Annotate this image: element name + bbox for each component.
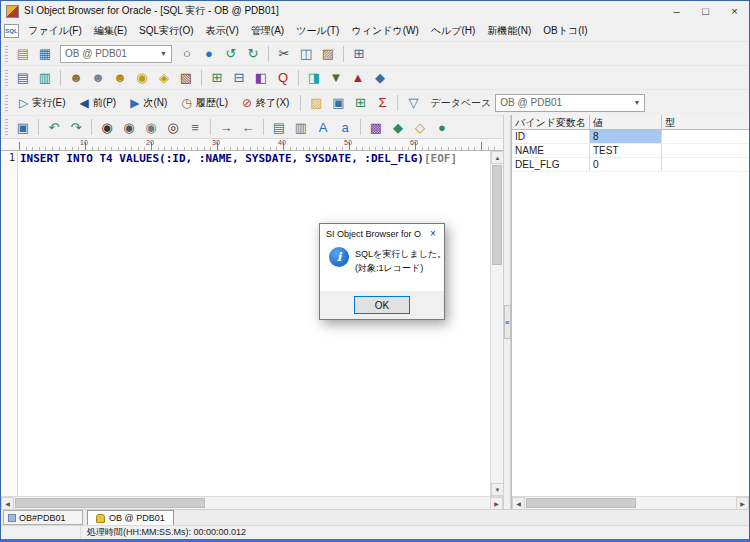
database-combo[interactable]: OB @ PDB01 ▼ — [495, 94, 645, 112]
redo-edit-icon[interactable]: ↷ — [65, 117, 87, 137]
editor-hscrollbar[interactable]: ◀ ▶ — [1, 496, 503, 509]
uncomment-icon[interactable]: ▥ — [290, 117, 312, 137]
replace-icon[interactable]: ◎ — [162, 117, 184, 137]
redo-transaction-icon[interactable]: ↻ — [242, 44, 264, 64]
bind-value-cell[interactable]: 8 — [590, 130, 662, 143]
scrollbar-thumb[interactable] — [526, 498, 636, 508]
synonym-icon[interactable]: ◨ — [303, 68, 325, 88]
menu-help[interactable]: ヘルプ(H) — [425, 21, 482, 41]
uppercase-icon[interactable]: A — [312, 117, 334, 137]
history-button[interactable]: ◷ 履歴(L) — [174, 92, 235, 114]
table-icon[interactable]: ⊞ — [206, 68, 228, 88]
menu-window[interactable]: ウィンドウ(W) — [345, 21, 424, 41]
role-icon[interactable]: ☻ — [109, 68, 131, 88]
package-icon[interactable]: ◧ — [250, 68, 272, 88]
editor-vscrollbar[interactable]: ▲ ▼ — [490, 151, 503, 496]
menu-admin[interactable]: 管理(A) — [245, 21, 290, 41]
next-button[interactable]: ▶ 次(N) — [123, 92, 174, 114]
outdent-icon[interactable]: ← — [237, 117, 259, 137]
goto-line-icon[interactable]: ≡ — [184, 117, 206, 137]
bind-value-cell[interactable]: 0 — [590, 158, 662, 171]
menu-view[interactable]: 表示(V) — [200, 21, 245, 41]
lowercase-icon[interactable]: a — [334, 117, 356, 137]
grid-icon[interactable]: ⊞ — [348, 44, 370, 64]
menu-edit[interactable]: 編集(E) — [88, 21, 133, 41]
cut-icon[interactable]: ✂ — [273, 44, 295, 64]
dialog-close-button[interactable]: × — [422, 224, 444, 243]
trigger-icon[interactable]: ▲ — [347, 68, 369, 88]
menu-file[interactable]: ファイル(F) — [22, 21, 88, 41]
sequence-icon[interactable]: Q — [272, 68, 294, 88]
bind-value-cell[interactable]: TEST — [590, 144, 662, 157]
options-icon[interactable]: ● — [431, 117, 453, 137]
find-prev-icon[interactable]: ◉ — [140, 117, 162, 137]
scroll-up-icon[interactable]: ▲ — [491, 151, 503, 164]
bind-col-type-header[interactable]: 型 — [662, 115, 749, 129]
find-icon[interactable]: ◉ — [96, 117, 118, 137]
toolbar-grip[interactable] — [5, 70, 8, 86]
format-sql-icon[interactable]: ▩ — [365, 117, 387, 137]
open-file-icon[interactable]: ▨ — [305, 93, 327, 113]
run-button[interactable]: ▷ 実行(E) — [12, 92, 73, 114]
menu-tools[interactable]: ツール(T) — [290, 21, 345, 41]
bind-col-name-header[interactable]: バインド変数名 — [512, 115, 590, 129]
profile-book-icon[interactable]: ▧ — [175, 68, 197, 88]
prev-button[interactable]: ◀ 前(P) — [73, 92, 124, 114]
cluster-icon[interactable]: ◆ — [369, 68, 391, 88]
bind-row[interactable]: DEL_FLG 0 — [512, 158, 749, 172]
sql-editor-icon[interactable]: ▤ — [12, 68, 34, 88]
users-icon[interactable]: ☻ — [87, 68, 109, 88]
minimize-button[interactable]: – — [662, 1, 691, 21]
close-button[interactable]: × — [720, 1, 749, 21]
explain-plan-icon[interactable]: ◆ — [387, 117, 409, 137]
bind-col-value-header[interactable]: 値 — [590, 115, 662, 129]
scroll-right-icon[interactable]: ▶ — [490, 497, 503, 510]
bind-row[interactable]: NAME TEST — [512, 144, 749, 158]
scroll-right-icon[interactable]: ▶ — [736, 497, 749, 510]
scroll-down-icon[interactable]: ▼ — [491, 483, 503, 496]
minimized-session-window[interactable]: OB#PDB01 — [3, 510, 83, 525]
save-file-icon[interactable]: ▣ — [327, 93, 349, 113]
copy-session-icon[interactable]: ▦ — [34, 44, 56, 64]
save-sql-icon[interactable]: ▣ — [12, 117, 34, 137]
menu-new-features[interactable]: 新機能(N) — [481, 21, 537, 41]
ok-button[interactable]: OK — [354, 296, 410, 314]
rollback-icon[interactable]: ↺ — [220, 44, 242, 64]
key-icon[interactable]: ◈ — [153, 68, 175, 88]
single-record-icon[interactable]: ⊞ — [349, 93, 371, 113]
script-icon[interactable]: ▥ — [34, 68, 56, 88]
undo-edit-icon[interactable]: ↶ — [43, 117, 65, 137]
scrollbar-track[interactable] — [14, 497, 490, 509]
scroll-left-icon[interactable]: ◀ — [1, 497, 14, 510]
connection-combo[interactable]: OB @ PDB01 ▼ — [60, 45, 172, 63]
menu-obtoko[interactable]: OBトコ(I) — [537, 21, 593, 41]
find-next-icon[interactable]: ◉ — [118, 117, 140, 137]
scrollbar-track[interactable] — [491, 164, 503, 483]
toolbar-grip[interactable] — [5, 95, 8, 111]
collapse-button[interactable]: « — [504, 305, 511, 339]
bind-hscrollbar[interactable]: ◀ ▶ — [512, 496, 749, 509]
toolbar-grip[interactable] — [5, 46, 8, 62]
indent-icon[interactable]: → — [215, 117, 237, 137]
view-icon[interactable]: ⊟ — [228, 68, 250, 88]
toolbar-grip[interactable] — [5, 119, 8, 135]
scrollbar-thumb[interactable] — [15, 498, 205, 508]
scrollbar-track[interactable] — [525, 497, 736, 509]
menu-sql-exec[interactable]: SQL実行(O) — [133, 21, 199, 41]
end-button[interactable]: ⊘ 終了(X) — [235, 92, 296, 114]
filter-icon[interactable]: ▽ — [402, 93, 424, 113]
describe-icon[interactable]: ◇ — [409, 117, 431, 137]
scroll-left-icon[interactable]: ◀ — [512, 497, 525, 510]
user-icon[interactable]: ☻ — [65, 68, 87, 88]
index-icon[interactable]: ▼ — [325, 68, 347, 88]
bind-row[interactable]: ID 8 — [512, 130, 749, 144]
new-session-icon[interactable]: ▤ — [12, 44, 34, 64]
sql-text-area[interactable]: INSERT INTO T4 VALUES(:ID, :NAME, SYSDAT… — [18, 151, 490, 496]
stop-icon[interactable]: ○ — [176, 44, 198, 64]
maximize-button[interactable]: □ — [691, 1, 720, 21]
lock-icon[interactable]: ◉ — [131, 68, 153, 88]
scrollbar-thumb[interactable] — [492, 165, 502, 265]
comment-icon[interactable]: ▤ — [268, 117, 290, 137]
splitter[interactable]: « — [503, 115, 511, 509]
commit-icon[interactable]: ● — [198, 44, 220, 64]
